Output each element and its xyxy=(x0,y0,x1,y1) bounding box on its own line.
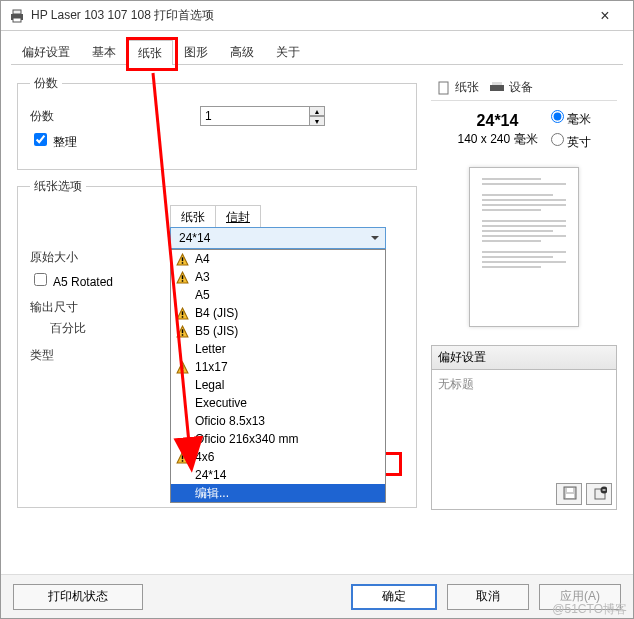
svg-rect-3 xyxy=(181,257,183,261)
preferences-box: 无标题 xyxy=(431,370,617,510)
paper-option[interactable]: A3 xyxy=(171,268,385,286)
svg-rect-5 xyxy=(181,275,183,279)
tab-basic[interactable]: 基本 xyxy=(81,39,127,64)
svg-rect-13 xyxy=(181,455,183,459)
tab-about[interactable]: 关于 xyxy=(265,39,311,64)
percent-label: 百分比 xyxy=(50,320,86,337)
a5-rotated-checkbox[interactable]: A5 Rotated xyxy=(30,270,113,289)
pref-save-button[interactable] xyxy=(556,483,582,505)
paper-option[interactable]: B4 (JIS) xyxy=(171,304,385,322)
svg-rect-8 xyxy=(181,316,183,318)
tab-advanced[interactable]: 高级 xyxy=(219,39,265,64)
tab-preferences[interactable]: 偏好设置 xyxy=(11,39,81,64)
paper-options-group: 纸张选项 纸张 信封 24*14 A4 A3 A5 B4 (JIS) B5 (J… xyxy=(17,178,417,508)
paper-option[interactable]: Executive xyxy=(171,394,385,412)
svg-rect-7 xyxy=(181,311,183,315)
svg-rect-2 xyxy=(13,18,21,22)
svg-rect-15 xyxy=(439,82,448,94)
paper-option-edit[interactable]: 编辑... xyxy=(171,484,385,502)
tab-paper[interactable]: 纸张 xyxy=(127,40,173,65)
collate-checkbox[interactable]: 整理 xyxy=(30,130,77,151)
paper-option[interactable]: 4x6 xyxy=(171,448,385,466)
dimensions-display: 24*14 140 x 240 毫米 毫米 英寸 xyxy=(431,101,617,157)
copies-label: 份数 xyxy=(30,108,120,125)
svg-rect-12 xyxy=(181,370,183,372)
subtab-envelope[interactable]: 信封 xyxy=(215,205,261,227)
paper-size-dropdown[interactable]: 24*14 A4 A3 A5 B4 (JIS) B5 (JIS) Letter … xyxy=(170,227,386,249)
unit-inch-radio[interactable]: 英寸 xyxy=(546,130,591,151)
type-label: 类型 xyxy=(30,347,120,364)
printer-icon xyxy=(9,9,25,23)
cancel-button[interactable]: 取消 xyxy=(447,584,529,610)
original-size-label: 原始大小 xyxy=(30,249,120,266)
paper-option[interactable]: B5 (JIS) xyxy=(171,322,385,340)
subtab-paper[interactable]: 纸张 xyxy=(170,205,216,227)
paper-option[interactable]: Legal xyxy=(171,376,385,394)
right-panel: 纸张 设备 24*14 140 x 240 毫米 毫米 英寸 xyxy=(431,75,617,510)
paper-size-list: A4 A3 A5 B4 (JIS) B5 (JIS) Letter 11x17 … xyxy=(170,249,386,503)
right-tab-device[interactable]: 设备 xyxy=(489,79,533,96)
paper-size-selected: 24*14 xyxy=(170,227,386,249)
svg-rect-16 xyxy=(490,85,504,91)
svg-rect-4 xyxy=(181,262,183,264)
tab-graphics[interactable]: 图形 xyxy=(173,39,219,64)
copies-legend: 份数 xyxy=(30,75,62,92)
title-bar: HP Laser 103 107 108 打印首选项 × xyxy=(1,1,633,31)
paper-legend: 纸张选项 xyxy=(30,178,86,195)
pref-delete-button[interactable] xyxy=(586,483,612,505)
main-tabs: 偏好设置 基本 纸张 图形 高级 关于 xyxy=(11,39,623,65)
preferences-header: 偏好设置 xyxy=(431,345,617,370)
paper-option[interactable]: A5 xyxy=(171,286,385,304)
unit-mm-radio[interactable]: 毫米 xyxy=(546,107,591,128)
paper-option[interactable]: 11x17 xyxy=(171,358,385,376)
right-tab-paper[interactable]: 纸张 xyxy=(437,79,479,96)
svg-rect-11 xyxy=(181,365,183,369)
copies-input[interactable] xyxy=(200,106,310,126)
paper-option[interactable]: A4 xyxy=(171,250,385,268)
paper-option[interactable]: Letter xyxy=(171,340,385,358)
close-button[interactable]: × xyxy=(585,7,625,25)
dialog-footer: 打印机状态 确定 取消 应用(A) xyxy=(1,574,633,618)
svg-rect-1 xyxy=(13,10,21,14)
copies-group: 份数 份数 ▲▼ 整理 xyxy=(17,75,417,170)
paper-option[interactable]: Oficio 8.5x13 xyxy=(171,412,385,430)
svg-rect-6 xyxy=(181,280,183,282)
window-title: HP Laser 103 107 108 打印首选项 xyxy=(31,7,585,24)
svg-rect-10 xyxy=(181,334,183,336)
svg-rect-17 xyxy=(492,82,502,85)
copies-spinner[interactable]: ▲▼ xyxy=(309,106,325,126)
printer-status-button[interactable]: 打印机状态 xyxy=(13,584,143,610)
svg-rect-14 xyxy=(181,460,183,462)
paper-option[interactable]: Oficio 216x340 mm xyxy=(171,430,385,448)
svg-rect-19 xyxy=(566,494,574,498)
paper-option[interactable]: 24*14 xyxy=(171,466,385,484)
svg-rect-9 xyxy=(181,329,183,333)
svg-rect-20 xyxy=(567,488,573,492)
apply-button[interactable]: 应用(A) xyxy=(539,584,621,610)
ok-button[interactable]: 确定 xyxy=(351,584,437,610)
output-size-label: 输出尺寸 xyxy=(30,299,120,316)
page-preview xyxy=(469,167,579,327)
